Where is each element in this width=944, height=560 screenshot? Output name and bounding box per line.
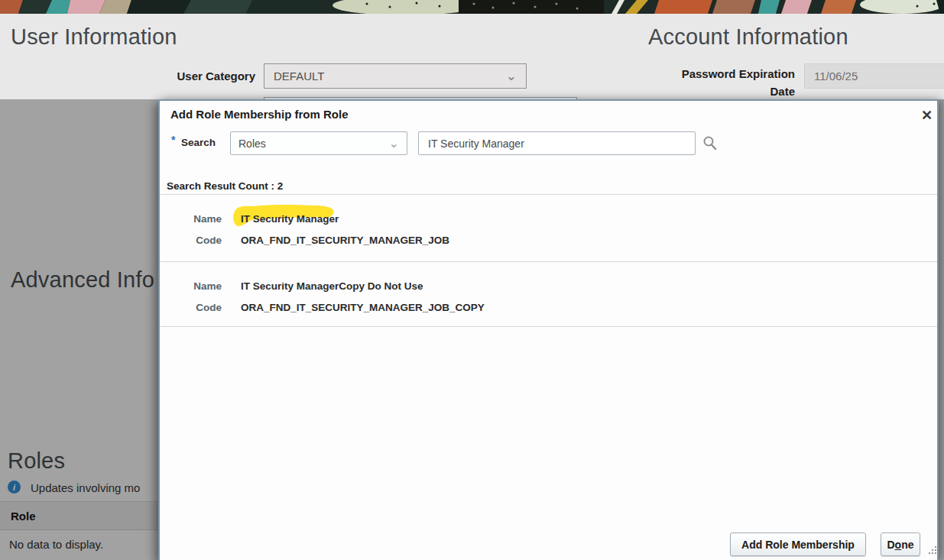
password-expiration-date-field: 11/06/25 xyxy=(804,63,944,89)
search-category-select[interactable]: Roles ⌄ xyxy=(230,131,407,155)
result-name-label: Name xyxy=(183,213,222,225)
search-input[interactable] xyxy=(418,131,696,155)
result-name-value: IT Security Manager xyxy=(241,213,339,225)
resize-grip[interactable] xyxy=(927,545,938,556)
search-icon[interactable] xyxy=(702,135,719,152)
chevron-down-icon: ⌄ xyxy=(389,138,399,150)
chevron-down-icon: ⌄ xyxy=(506,70,517,83)
user-category-value: DEFAULT xyxy=(274,70,324,83)
done-button-mnemonic: o xyxy=(895,539,902,551)
required-marker: * xyxy=(171,134,175,146)
page: User Information User Category DEFAULT ⌄… xyxy=(0,0,944,560)
password-expiration-date-value: 11/06/25 xyxy=(814,70,858,83)
banner-art xyxy=(0,0,944,14)
result-code-label: Code xyxy=(183,302,222,313)
search-result-count: Search Result Count : 2 xyxy=(167,180,283,192)
done-button[interactable]: Done xyxy=(881,532,920,556)
divider xyxy=(160,194,937,195)
result-code-value: ORA_FND_IT_SECURITY_MANAGER_JOB_COPY xyxy=(241,302,485,313)
banner-collage-image xyxy=(0,0,944,14)
result-code-value: ORA_FND_IT_SECURITY_MANAGER_JOB xyxy=(241,235,449,246)
user-category-select[interactable]: DEFAULT ⌄ xyxy=(264,63,527,89)
password-expiration-date-label: Password Expiration Date xyxy=(680,65,795,101)
add-role-membership-button[interactable]: Add Role Membership xyxy=(730,532,866,556)
add-role-membership-dialog: Add Role Membership from Role ✕ * Search… xyxy=(158,99,939,560)
result-name-label: Name xyxy=(183,280,222,292)
divider xyxy=(160,261,937,262)
close-icon[interactable]: ✕ xyxy=(921,108,933,122)
account-information-heading: Account Information xyxy=(648,24,848,50)
user-category-label: User Category xyxy=(115,70,255,83)
done-button-label-suffix: ne xyxy=(901,539,913,551)
divider xyxy=(160,326,937,327)
dialog-title: Add Role Membership from Role xyxy=(170,108,349,121)
done-button-label: D xyxy=(887,539,894,551)
result-name-value: IT Security ManagerCopy Do Not Use xyxy=(241,280,423,292)
result-code-label: Code xyxy=(183,235,222,246)
add-role-membership-button-label: Add Role Membership xyxy=(741,539,855,551)
search-category-value: Roles xyxy=(238,138,266,150)
user-information-heading: User Information xyxy=(11,24,177,50)
search-label: Search xyxy=(181,137,216,148)
